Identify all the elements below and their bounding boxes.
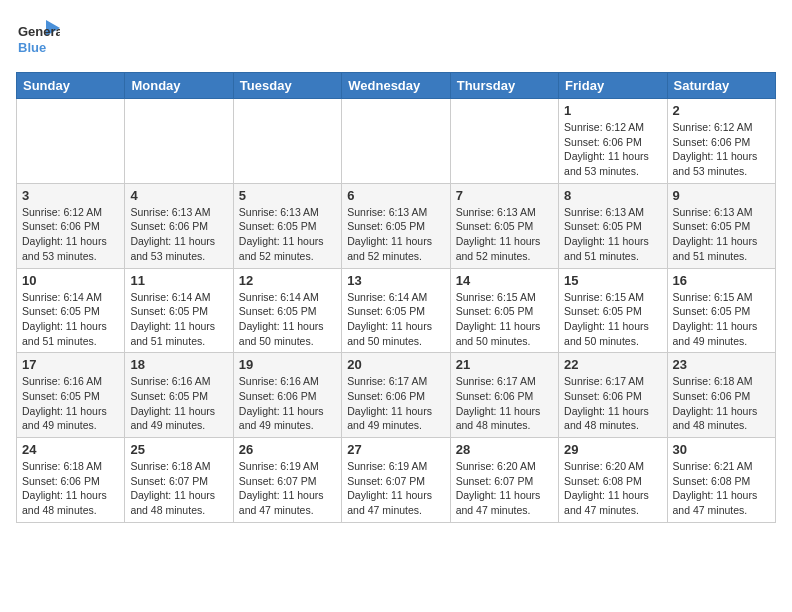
day-number: 16 <box>673 273 770 288</box>
day-number: 2 <box>673 103 770 118</box>
day-info: Sunrise: 6:17 AM Sunset: 6:06 PM Dayligh… <box>347 374 444 433</box>
day-number: 12 <box>239 273 336 288</box>
day-number: 17 <box>22 357 119 372</box>
day-cell: 29Sunrise: 6:20 AM Sunset: 6:08 PM Dayli… <box>559 438 667 523</box>
day-number: 27 <box>347 442 444 457</box>
week-row-4: 17Sunrise: 6:16 AM Sunset: 6:05 PM Dayli… <box>17 353 776 438</box>
day-info: Sunrise: 6:14 AM Sunset: 6:05 PM Dayligh… <box>22 290 119 349</box>
day-info: Sunrise: 6:20 AM Sunset: 6:08 PM Dayligh… <box>564 459 661 518</box>
day-cell: 17Sunrise: 6:16 AM Sunset: 6:05 PM Dayli… <box>17 353 125 438</box>
day-cell: 9Sunrise: 6:13 AM Sunset: 6:05 PM Daylig… <box>667 183 775 268</box>
logo-svg: GeneralBlue <box>16 16 60 60</box>
day-cell: 3Sunrise: 6:12 AM Sunset: 6:06 PM Daylig… <box>17 183 125 268</box>
day-cell: 11Sunrise: 6:14 AM Sunset: 6:05 PM Dayli… <box>125 268 233 353</box>
day-info: Sunrise: 6:15 AM Sunset: 6:05 PM Dayligh… <box>673 290 770 349</box>
day-number: 15 <box>564 273 661 288</box>
day-info: Sunrise: 6:12 AM Sunset: 6:06 PM Dayligh… <box>22 205 119 264</box>
weekday-header-friday: Friday <box>559 73 667 99</box>
day-info: Sunrise: 6:21 AM Sunset: 6:08 PM Dayligh… <box>673 459 770 518</box>
day-number: 13 <box>347 273 444 288</box>
day-cell: 10Sunrise: 6:14 AM Sunset: 6:05 PM Dayli… <box>17 268 125 353</box>
day-number: 21 <box>456 357 553 372</box>
day-info: Sunrise: 6:15 AM Sunset: 6:05 PM Dayligh… <box>564 290 661 349</box>
day-number: 22 <box>564 357 661 372</box>
day-info: Sunrise: 6:19 AM Sunset: 6:07 PM Dayligh… <box>347 459 444 518</box>
day-info: Sunrise: 6:14 AM Sunset: 6:05 PM Dayligh… <box>130 290 227 349</box>
day-number: 19 <box>239 357 336 372</box>
svg-text:General: General <box>18 24 60 39</box>
day-cell: 2Sunrise: 6:12 AM Sunset: 6:06 PM Daylig… <box>667 99 775 184</box>
day-info: Sunrise: 6:18 AM Sunset: 6:06 PM Dayligh… <box>673 374 770 433</box>
day-number: 8 <box>564 188 661 203</box>
day-cell: 16Sunrise: 6:15 AM Sunset: 6:05 PM Dayli… <box>667 268 775 353</box>
day-number: 18 <box>130 357 227 372</box>
day-cell: 5Sunrise: 6:13 AM Sunset: 6:05 PM Daylig… <box>233 183 341 268</box>
week-row-1: 1Sunrise: 6:12 AM Sunset: 6:06 PM Daylig… <box>17 99 776 184</box>
day-number: 28 <box>456 442 553 457</box>
day-number: 14 <box>456 273 553 288</box>
day-info: Sunrise: 6:16 AM Sunset: 6:05 PM Dayligh… <box>22 374 119 433</box>
week-row-5: 24Sunrise: 6:18 AM Sunset: 6:06 PM Dayli… <box>17 438 776 523</box>
day-number: 10 <box>22 273 119 288</box>
weekday-header-tuesday: Tuesday <box>233 73 341 99</box>
day-info: Sunrise: 6:17 AM Sunset: 6:06 PM Dayligh… <box>456 374 553 433</box>
day-info: Sunrise: 6:14 AM Sunset: 6:05 PM Dayligh… <box>239 290 336 349</box>
calendar-table: SundayMondayTuesdayWednesdayThursdayFrid… <box>16 72 776 523</box>
day-number: 29 <box>564 442 661 457</box>
day-cell: 30Sunrise: 6:21 AM Sunset: 6:08 PM Dayli… <box>667 438 775 523</box>
day-cell: 8Sunrise: 6:13 AM Sunset: 6:05 PM Daylig… <box>559 183 667 268</box>
day-info: Sunrise: 6:16 AM Sunset: 6:06 PM Dayligh… <box>239 374 336 433</box>
day-cell: 4Sunrise: 6:13 AM Sunset: 6:06 PM Daylig… <box>125 183 233 268</box>
day-cell: 15Sunrise: 6:15 AM Sunset: 6:05 PM Dayli… <box>559 268 667 353</box>
day-info: Sunrise: 6:15 AM Sunset: 6:05 PM Dayligh… <box>456 290 553 349</box>
logo: GeneralBlue <box>16 16 60 60</box>
day-info: Sunrise: 6:12 AM Sunset: 6:06 PM Dayligh… <box>564 120 661 179</box>
day-cell: 21Sunrise: 6:17 AM Sunset: 6:06 PM Dayli… <box>450 353 558 438</box>
day-info: Sunrise: 6:12 AM Sunset: 6:06 PM Dayligh… <box>673 120 770 179</box>
day-cell <box>342 99 450 184</box>
week-row-3: 10Sunrise: 6:14 AM Sunset: 6:05 PM Dayli… <box>17 268 776 353</box>
day-number: 9 <box>673 188 770 203</box>
day-number: 20 <box>347 357 444 372</box>
day-cell: 14Sunrise: 6:15 AM Sunset: 6:05 PM Dayli… <box>450 268 558 353</box>
week-row-2: 3Sunrise: 6:12 AM Sunset: 6:06 PM Daylig… <box>17 183 776 268</box>
weekday-header-row: SundayMondayTuesdayWednesdayThursdayFrid… <box>17 73 776 99</box>
day-info: Sunrise: 6:16 AM Sunset: 6:05 PM Dayligh… <box>130 374 227 433</box>
day-info: Sunrise: 6:13 AM Sunset: 6:05 PM Dayligh… <box>564 205 661 264</box>
day-cell: 1Sunrise: 6:12 AM Sunset: 6:06 PM Daylig… <box>559 99 667 184</box>
day-cell: 13Sunrise: 6:14 AM Sunset: 6:05 PM Dayli… <box>342 268 450 353</box>
day-number: 1 <box>564 103 661 118</box>
day-cell: 20Sunrise: 6:17 AM Sunset: 6:06 PM Dayli… <box>342 353 450 438</box>
weekday-header-wednesday: Wednesday <box>342 73 450 99</box>
day-cell: 24Sunrise: 6:18 AM Sunset: 6:06 PM Dayli… <box>17 438 125 523</box>
day-cell: 7Sunrise: 6:13 AM Sunset: 6:05 PM Daylig… <box>450 183 558 268</box>
weekday-header-thursday: Thursday <box>450 73 558 99</box>
day-cell <box>233 99 341 184</box>
calendar-body: 1Sunrise: 6:12 AM Sunset: 6:06 PM Daylig… <box>17 99 776 523</box>
day-cell <box>125 99 233 184</box>
day-info: Sunrise: 6:19 AM Sunset: 6:07 PM Dayligh… <box>239 459 336 518</box>
weekday-header-monday: Monday <box>125 73 233 99</box>
page-header: GeneralBlue <box>16 16 776 60</box>
day-info: Sunrise: 6:18 AM Sunset: 6:07 PM Dayligh… <box>130 459 227 518</box>
day-cell: 25Sunrise: 6:18 AM Sunset: 6:07 PM Dayli… <box>125 438 233 523</box>
day-info: Sunrise: 6:17 AM Sunset: 6:06 PM Dayligh… <box>564 374 661 433</box>
weekday-header-sunday: Sunday <box>17 73 125 99</box>
day-info: Sunrise: 6:13 AM Sunset: 6:05 PM Dayligh… <box>347 205 444 264</box>
weekday-header-saturday: Saturday <box>667 73 775 99</box>
day-number: 26 <box>239 442 336 457</box>
day-cell: 18Sunrise: 6:16 AM Sunset: 6:05 PM Dayli… <box>125 353 233 438</box>
day-number: 3 <box>22 188 119 203</box>
day-cell: 12Sunrise: 6:14 AM Sunset: 6:05 PM Dayli… <box>233 268 341 353</box>
day-number: 11 <box>130 273 227 288</box>
day-cell: 28Sunrise: 6:20 AM Sunset: 6:07 PM Dayli… <box>450 438 558 523</box>
day-cell <box>450 99 558 184</box>
day-info: Sunrise: 6:13 AM Sunset: 6:05 PM Dayligh… <box>673 205 770 264</box>
day-cell: 6Sunrise: 6:13 AM Sunset: 6:05 PM Daylig… <box>342 183 450 268</box>
day-number: 6 <box>347 188 444 203</box>
day-info: Sunrise: 6:14 AM Sunset: 6:05 PM Dayligh… <box>347 290 444 349</box>
day-number: 25 <box>130 442 227 457</box>
day-info: Sunrise: 6:13 AM Sunset: 6:06 PM Dayligh… <box>130 205 227 264</box>
day-cell: 22Sunrise: 6:17 AM Sunset: 6:06 PM Dayli… <box>559 353 667 438</box>
day-cell <box>17 99 125 184</box>
